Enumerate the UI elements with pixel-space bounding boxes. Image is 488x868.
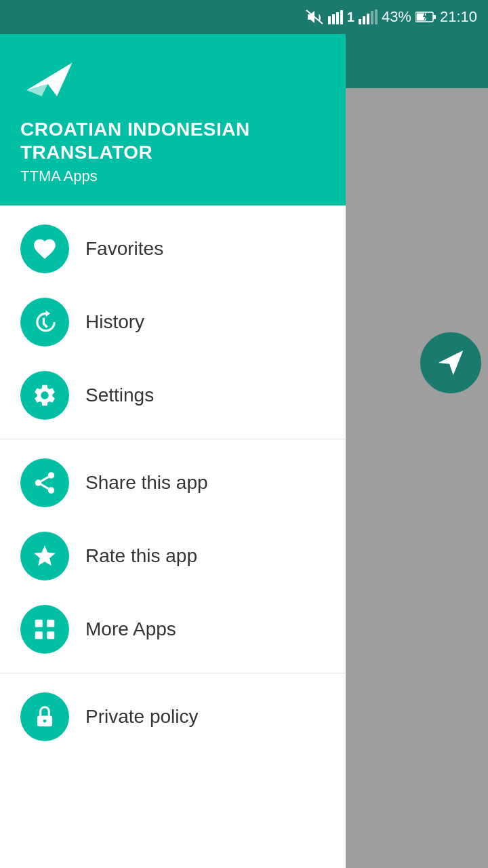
svg-rect-22 xyxy=(47,620,54,627)
svg-point-18 xyxy=(48,488,55,494)
favorites-icon-circle xyxy=(20,224,69,273)
battery-text: 43% xyxy=(382,8,411,26)
main-container: INDONESIAN CROATIAN INDONESIAN TRANSLATO… xyxy=(0,34,488,868)
gear-icon xyxy=(32,382,58,408)
menu-section-1: Favorites History xyxy=(0,205,346,439)
sidebar-item-privacy[interactable]: Private policy xyxy=(0,680,346,753)
history-icon-circle xyxy=(20,298,69,347)
svg-point-17 xyxy=(35,479,42,486)
app-subtitle: TTMA Apps xyxy=(20,167,325,185)
privacy-label: Private policy xyxy=(85,706,199,728)
rate-icon-circle xyxy=(20,532,69,580)
settings-label: Settings xyxy=(85,384,154,406)
star-icon xyxy=(32,543,58,569)
battery-icon xyxy=(415,10,436,24)
history-label: History xyxy=(85,311,144,333)
share-label: Share this app xyxy=(85,472,208,494)
svg-rect-5 xyxy=(359,19,361,24)
sidebar-item-favorites[interactable]: Favorites xyxy=(0,212,346,285)
svg-rect-4 xyxy=(340,10,343,24)
sidebar-item-rate[interactable]: Rate this app xyxy=(0,519,346,593)
app-title: CROATIAN INDONESIAN TRANSLATOR xyxy=(20,118,325,163)
svg-rect-1 xyxy=(328,16,331,24)
heart-icon xyxy=(32,236,58,262)
sidebar-item-more-apps[interactable]: More Apps xyxy=(0,593,346,666)
sidebar-item-share[interactable]: Share this app xyxy=(0,446,346,519)
svg-rect-9 xyxy=(375,9,378,24)
sidebar-menu: Favorites History xyxy=(0,205,346,868)
lock-icon xyxy=(32,704,58,730)
sidebar-item-settings[interactable]: Settings xyxy=(0,359,346,432)
logo-icon xyxy=(20,54,81,102)
svg-rect-23 xyxy=(35,631,43,639)
signal-bars-icon xyxy=(359,9,378,24)
sidebar-drawer: CROATIAN INDONESIAN TRANSLATOR TTMA Apps… xyxy=(0,34,346,868)
sim-badge: 1 xyxy=(347,9,354,25)
svg-rect-3 xyxy=(336,12,339,24)
svg-point-26 xyxy=(43,719,47,723)
settings-icon-circle xyxy=(20,371,69,420)
rate-label: Rate this app xyxy=(85,545,197,567)
svg-line-20 xyxy=(41,477,49,481)
mute-icon xyxy=(305,9,324,25)
status-bar: 1 43% 21:10 xyxy=(0,0,488,34)
signal-icon xyxy=(328,9,343,24)
time-display: 21:10 xyxy=(440,8,477,26)
svg-point-16 xyxy=(48,472,55,479)
menu-section-3: Private policy xyxy=(0,673,346,760)
svg-rect-21 xyxy=(35,620,43,627)
share-icon xyxy=(32,470,58,496)
sidebar-item-history[interactable]: History xyxy=(0,285,346,359)
sidebar-header: CROATIAN INDONESIAN TRANSLATOR TTMA Apps xyxy=(0,34,346,205)
translate-fab-button[interactable] xyxy=(420,332,481,393)
svg-rect-8 xyxy=(371,11,373,24)
more-apps-label: More Apps xyxy=(85,618,176,640)
svg-rect-2 xyxy=(332,14,335,24)
share-icon-circle xyxy=(20,458,69,507)
favorites-label: Favorites xyxy=(85,238,163,260)
grid-icon xyxy=(32,616,58,642)
privacy-icon-circle xyxy=(20,692,69,741)
menu-section-2: Share this app Rate this app xyxy=(0,439,346,673)
clock-icon xyxy=(32,309,58,335)
app-logo xyxy=(20,54,325,104)
status-icons: 1 43% 21:10 xyxy=(305,8,477,26)
svg-rect-6 xyxy=(363,16,365,24)
svg-rect-24 xyxy=(47,631,54,639)
svg-rect-12 xyxy=(433,15,436,19)
svg-line-19 xyxy=(41,485,49,489)
send-icon xyxy=(436,348,466,378)
more-apps-icon-circle xyxy=(20,605,69,654)
svg-rect-7 xyxy=(367,14,369,24)
